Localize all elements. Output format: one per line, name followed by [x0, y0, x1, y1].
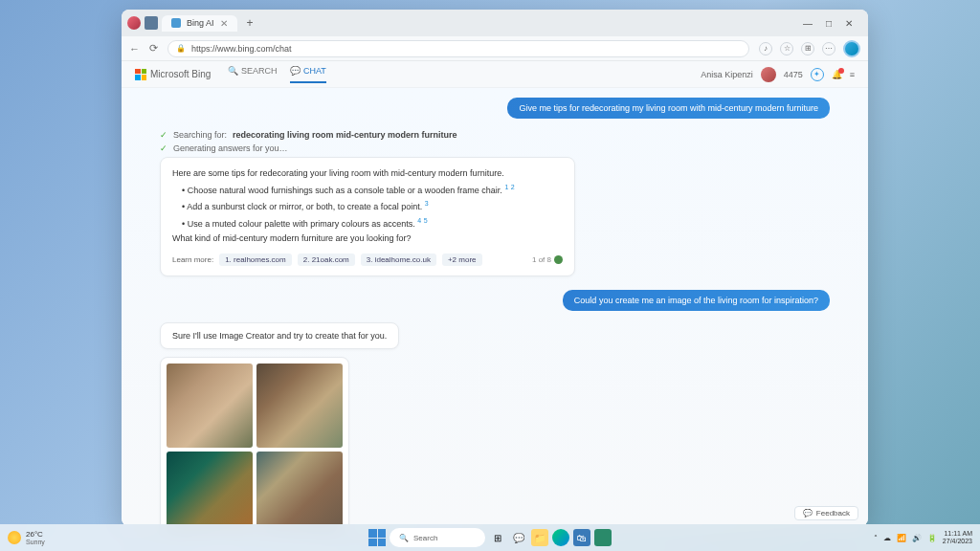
check-icon: ✓	[160, 143, 167, 153]
read-aloud-icon[interactable]: ♪	[759, 42, 772, 55]
windows-taskbar: 26°C Sunny 🔍 Search ⊞ 💬 📁 🛍 ˄ ☁ 📶 🔊 🔋 11…	[0, 524, 980, 551]
more-icon[interactable]: ⋯	[822, 42, 835, 55]
tab-bar: Bing AI ✕ + — □ ✕	[122, 10, 868, 36]
tab-title: Bing AI	[187, 18, 214, 28]
assistant-answer: Sure I'll use Image Creator and try to c…	[160, 322, 399, 349]
onedrive-icon[interactable]: ☁	[883, 534, 891, 542]
learn-more-row: Learn more: 1. realhomes.com 2. 21oak.co…	[172, 253, 563, 266]
bing-favicon-icon	[171, 18, 181, 28]
bing-nav-tabs: 🔍 SEARCH 💬 CHAT	[228, 66, 325, 83]
close-tab-icon[interactable]: ✕	[220, 18, 228, 29]
more-sources-chip[interactable]: +2 more	[442, 253, 482, 266]
chat-area: Give me tips for redecorating my living …	[122, 88, 868, 526]
citation-link[interactable]: 1	[504, 184, 508, 190]
rewards-icon[interactable]: ✦	[811, 68, 824, 81]
app-icon[interactable]	[594, 529, 612, 546]
tab-chat[interactable]: 💬 CHAT	[290, 66, 325, 83]
status-generating: ✓ Generating answers for you…	[160, 143, 830, 153]
refresh-button[interactable]: ⟳	[149, 42, 158, 55]
address-bar: ← ⟳ 🔒 https://www.bing.com/chat ♪ ☆ ⊞ ⋯	[122, 36, 868, 61]
feedback-icon: 💬	[803, 509, 813, 518]
status-searching: ✓ Searching for: redecorating living roo…	[160, 130, 830, 140]
user-message: Could you create me an image of the livi…	[563, 290, 830, 311]
window-controls: — □ ✕	[803, 18, 862, 29]
task-view-icon[interactable]: ⊞	[489, 529, 506, 546]
source-chip[interactable]: 1. realhomes.com	[219, 253, 292, 266]
points-count: 4475	[784, 70, 803, 79]
generated-image[interactable]	[167, 364, 253, 448]
answer-followup: What kind of mid-century modern furnitur…	[172, 232, 563, 246]
lock-icon: 🔒	[176, 44, 186, 53]
explorer-icon[interactable]: 📁	[531, 529, 548, 546]
generated-image[interactable]	[167, 452, 253, 527]
edge-icon[interactable]	[552, 529, 569, 546]
username: Anisa Kipenzi	[701, 70, 753, 79]
volume-icon[interactable]: 🔊	[912, 534, 922, 542]
system-tray: ˄ ☁ 📶 🔊 🔋 11:11 AM 27/4/2023	[874, 530, 972, 544]
collections-icon[interactable]: ⊞	[801, 42, 814, 55]
url-field[interactable]: 🔒 https://www.bing.com/chat	[167, 40, 749, 57]
learn-more-label: Learn more:	[172, 255, 213, 264]
user-avatar[interactable]	[761, 67, 776, 82]
store-icon[interactable]: 🛍	[573, 529, 590, 546]
profile-avatar-icon[interactable]	[127, 16, 141, 30]
turn-counter: 1 of 8	[532, 255, 563, 264]
tab-search[interactable]: 🔍 SEARCH	[228, 66, 277, 83]
bing-sidebar-icon[interactable]	[843, 40, 860, 57]
assistant-answer-card: Here are some tips for redecorating your…	[160, 157, 575, 276]
microsoft-logo-icon	[135, 69, 146, 80]
citation-link[interactable]: 3	[425, 200, 429, 207]
tray-chevron-icon[interactable]: ˄	[874, 534, 878, 542]
hamburger-icon[interactable]: ≡	[850, 70, 855, 79]
browser-window: Bing AI ✕ + — □ ✕ ← ⟳ 🔒 https://www.bing…	[122, 10, 868, 526]
weather-condition: Sunny	[26, 539, 45, 545]
url-text: https://www.bing.com/chat	[191, 44, 292, 54]
notifications-icon[interactable]: 🔔	[832, 70, 842, 79]
citation-link[interactable]: 5	[424, 217, 428, 224]
chat-icon[interactable]: 💬	[510, 529, 527, 546]
wifi-icon[interactable]: 📶	[897, 534, 906, 542]
clock[interactable]: 11:11 AM 27/4/2023	[943, 530, 972, 544]
source-chip[interactable]: 2. 21oak.com	[298, 253, 355, 266]
source-chip[interactable]: 3. idealhome.co.uk	[361, 253, 436, 266]
answer-bullet: • Choose natural wood furnishings such a…	[172, 183, 563, 198]
user-message: Give me tips for redecorating my living …	[507, 98, 830, 119]
brand-text: Microsoft Bing	[150, 69, 211, 79]
address-actions: ♪ ☆ ⊞ ⋯	[759, 40, 860, 57]
generated-image[interactable]	[256, 364, 343, 448]
back-button[interactable]: ←	[129, 43, 140, 55]
temperature: 26°C	[26, 530, 45, 539]
browser-tab[interactable]: Bing AI ✕	[162, 15, 237, 32]
new-tab-button[interactable]: +	[241, 16, 259, 30]
start-button[interactable]	[368, 529, 386, 546]
answer-intro: Here are some tips for redecorating your…	[172, 167, 563, 181]
minimize-button[interactable]: —	[803, 18, 813, 29]
microsoft-bing-logo[interactable]: Microsoft Bing	[135, 69, 211, 80]
image-results-card: Made with Image Creator	[160, 357, 349, 527]
citation-link[interactable]: 2	[511, 184, 515, 190]
answer-bullet: • Use a muted colour palette with primar…	[172, 216, 563, 231]
citation-link[interactable]: 4	[417, 217, 421, 224]
bing-header: Microsoft Bing 🔍 SEARCH 💬 CHAT Anisa Kip…	[122, 61, 868, 88]
sun-icon	[8, 531, 21, 544]
maximize-button[interactable]: □	[826, 18, 832, 29]
generated-image[interactable]	[256, 452, 343, 527]
weather-widget[interactable]: 26°C Sunny	[8, 530, 45, 545]
feedback-button[interactable]: 💬 Feedback	[794, 506, 858, 520]
close-window-button[interactable]: ✕	[845, 18, 853, 29]
battery-icon[interactable]: 🔋	[927, 534, 937, 542]
workspaces-icon[interactable]	[145, 16, 158, 30]
check-icon: ✓	[160, 130, 167, 140]
bing-user-area: Anisa Kipenzi 4475 ✦ 🔔 ≡	[701, 67, 855, 82]
taskbar-search[interactable]: 🔍 Search	[390, 528, 485, 547]
favorite-icon[interactable]: ☆	[780, 42, 793, 55]
taskbar-center: 🔍 Search ⊞ 💬 📁 🛍	[368, 528, 612, 547]
answer-bullet: • Add a sunburst clock or mirror, or bot…	[172, 199, 563, 214]
